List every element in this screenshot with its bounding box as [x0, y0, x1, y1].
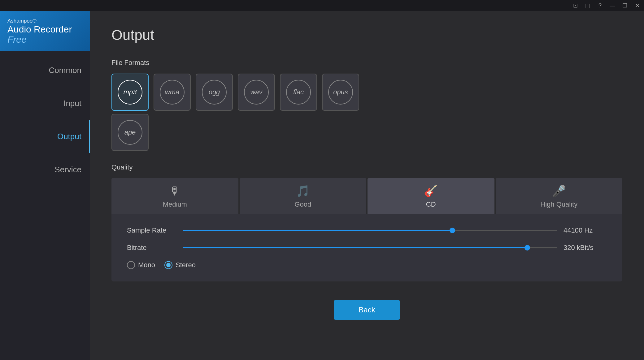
stereo-radio[interactable] [164, 261, 172, 269]
good-icon: 🎵 [296, 186, 310, 197]
tab-medium-label: Medium [163, 200, 187, 208]
cd-icon: 🎸 [424, 186, 438, 197]
tab-hq-label: High Quality [540, 200, 577, 208]
mono-option[interactable]: Mono [127, 261, 155, 269]
quality-panel: Sample Rate 44100 Hz Bitrate [111, 214, 622, 281]
format-wav[interactable]: wav [238, 74, 275, 111]
channel-row: Mono Stereo [127, 261, 607, 269]
app-name-top: Ashampoo® [7, 18, 82, 24]
maximize-button[interactable]: ☐ [620, 1, 629, 10]
close-button[interactable]: ✕ [633, 1, 642, 10]
sample-rate-label: Sample Rate [127, 226, 176, 234]
help-icon[interactable]: ? [596, 1, 604, 10]
sidebar-item-input[interactable]: Input [0, 87, 90, 120]
formats-grid: mp3 wma ogg wav flac opus [111, 74, 622, 111]
hq-icon: 🎤 [552, 186, 566, 197]
sidebar-header: Ashampoo® Audio Recorder Free [0, 11, 90, 51]
stereo-label: Stereo [176, 261, 196, 269]
sidebar: Ashampoo® Audio Recorder Free Common Inp… [0, 11, 90, 360]
quality-label: Quality [111, 163, 622, 171]
tab-good-label: Good [294, 200, 311, 208]
format-ape[interactable]: ape [111, 114, 149, 151]
app-name-main: Audio Recorder Free [7, 24, 82, 45]
mono-label: Mono [138, 261, 155, 269]
page-title: Output [111, 27, 622, 43]
back-button[interactable]: Back [334, 300, 400, 320]
format-wma[interactable]: wma [154, 74, 191, 111]
sample-rate-row: Sample Rate 44100 Hz [127, 226, 607, 234]
stereo-option[interactable]: Stereo [164, 261, 196, 269]
medium-icon: 🎙 [169, 186, 181, 197]
file-formats-label: File Formats [111, 59, 622, 67]
formats-grid-row2: ape [111, 114, 622, 151]
tab-high-quality[interactable]: 🎤 High Quality [496, 178, 623, 214]
sample-rate-slider[interactable] [183, 227, 557, 234]
paint-icon[interactable]: ◫ [583, 1, 592, 10]
sample-rate-value: 44100 Hz [564, 226, 607, 234]
bottom-bar: Back [111, 291, 622, 335]
bitrate-slider[interactable] [183, 245, 557, 251]
format-ogg[interactable]: ogg [196, 74, 233, 111]
quality-tabs: 🎙 Medium 🎵 Good 🎸 CD 🎤 High Quality [111, 178, 622, 214]
tab-medium[interactable]: 🎙 Medium [111, 178, 238, 214]
quality-section: Quality 🎙 Medium 🎵 Good 🎸 CD 🎤 High Qual… [111, 163, 622, 281]
titlebar: ⊡ ◫ ? — ☐ ✕ [0, 0, 644, 11]
app-body: Ashampoo® Audio Recorder Free Common Inp… [0, 11, 644, 360]
tab-good[interactable]: 🎵 Good [240, 178, 367, 214]
sidebar-nav: Common Input Output Service [0, 51, 90, 360]
sidebar-item-service[interactable]: Service [0, 153, 90, 186]
format-opus[interactable]: opus [322, 74, 359, 111]
format-mp3[interactable]: mp3 [111, 74, 149, 111]
monitor-icon[interactable]: ⊡ [571, 1, 580, 10]
tab-cd[interactable]: 🎸 CD [368, 178, 494, 214]
bitrate-value: 320 kBit/s [564, 244, 607, 252]
tab-cd-label: CD [426, 200, 436, 208]
bitrate-label: Bitrate [127, 244, 176, 252]
sidebar-item-common[interactable]: Common [0, 54, 90, 87]
minimize-button[interactable]: — [608, 1, 617, 10]
format-flac[interactable]: flac [280, 74, 317, 111]
sidebar-item-output[interactable]: Output [0, 120, 90, 153]
bitrate-row: Bitrate 320 kBit/s [127, 244, 607, 252]
mono-radio[interactable] [127, 261, 135, 269]
main-content: Output File Formats mp3 wma ogg wav flac… [90, 11, 644, 360]
